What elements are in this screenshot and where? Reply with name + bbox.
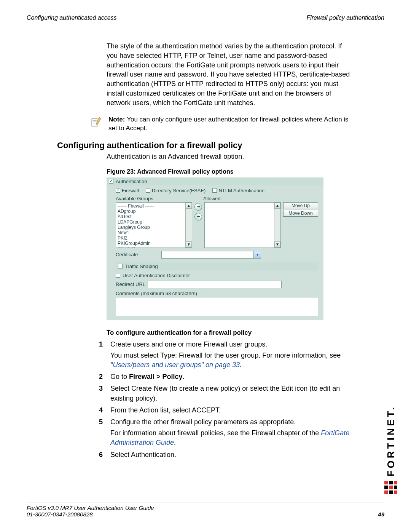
list-item[interactable]: PPTP_Group	[118, 246, 190, 248]
list-item[interactable]: Langleys Group	[118, 225, 190, 230]
step-text: .	[240, 361, 242, 369]
redirect-url-input[interactable]	[148, 281, 282, 288]
traffic-shaping-label: Traffic Shaping	[125, 264, 158, 269]
step-text: From the Action list, select ACCEPT.	[110, 406, 350, 415]
allowed-groups-listbox[interactable]: ▲ ▼	[204, 202, 281, 248]
scrollbar[interactable]: ▲ ▼	[274, 203, 280, 248]
list-item[interactable]: New1	[118, 230, 190, 235]
ntlm-type-label: NTLM Authentication	[218, 188, 264, 193]
users-peers-link[interactable]: "Users/peers and user groups" on page 33	[110, 361, 240, 369]
list-item[interactable]: LDAPGroup	[118, 219, 190, 225]
footer-guide-title: FortiOS v3.0 MR7 User Authentication Use…	[27, 505, 154, 511]
firewall-type-label: Firewall	[122, 188, 139, 193]
footer-doc-id: 01-30007-0347-20080828	[27, 511, 154, 518]
ntlm-type-checkbox[interactable]	[212, 188, 217, 193]
list-item[interactable]: PKIGroupAdmin	[118, 241, 190, 246]
directory-type-checkbox[interactable]	[146, 188, 150, 193]
certificate-dropdown[interactable]: ▾	[161, 251, 261, 259]
step-text: Select Create New (to create a new polic…	[110, 384, 350, 403]
nav-path: Firewall > Policy	[129, 373, 183, 380]
step-text: Configure the other firewall policy para…	[110, 417, 350, 427]
directory-type-label: Directory Service(FSAE)	[152, 188, 206, 193]
remove-arrow-button[interactable]: ➜	[194, 213, 202, 220]
note-body: You can only configure user authenticati…	[108, 116, 349, 132]
authentication-checkbox[interactable]: ✔	[109, 179, 113, 184]
header-left: Configuring authenticated access	[27, 14, 117, 21]
step-text: .	[183, 373, 185, 380]
scroll-up-icon[interactable]: ▲	[186, 203, 192, 209]
list-item[interactable]: ADgroup	[118, 209, 190, 214]
header-right: Firewall policy authentication	[306, 14, 384, 21]
list-item[interactable]: PKI2	[118, 235, 190, 241]
chevron-down-icon[interactable]: ▾	[253, 251, 261, 258]
allowed-label: Allowed:	[203, 196, 222, 201]
user-auth-disclaimer-label: User Authentication Disclaimer	[123, 273, 190, 278]
list-item[interactable]: ------ Firewall ------	[118, 203, 190, 209]
intro-paragraph: The style of the authentication method v…	[107, 42, 350, 108]
note-text: Note: You can only configure user authen…	[108, 115, 350, 133]
comments-textarea[interactable]	[116, 297, 318, 316]
comments-label: Comments (maximum 63 characters)	[116, 291, 197, 296]
firewall-type-checkbox[interactable]: ✔	[116, 188, 120, 193]
page-number: 49	[378, 511, 384, 518]
available-groups-label: Available Groups:	[116, 196, 203, 201]
step-text: Create users and one or more Firewall us…	[110, 340, 350, 349]
step-number: 6	[99, 450, 110, 460]
step-number: 1	[99, 340, 110, 370]
step-number: 3	[99, 384, 110, 403]
scroll-up-icon[interactable]: ▲	[274, 203, 280, 209]
fortinet-logo-icon	[384, 481, 397, 494]
step-number: 5	[99, 417, 110, 448]
step-text: Select Authentication.	[110, 450, 350, 460]
step-number: 4	[99, 406, 110, 415]
firewall-policy-panel: ✔ Authentication ✔ Firewall Directory Se…	[107, 177, 323, 320]
available-groups-listbox[interactable]: ------ Firewall ------ ADgroup AdTest LD…	[116, 202, 192, 248]
figure-caption: Figure 23: Advanced Firewall policy opti…	[107, 168, 384, 175]
procedure-heading: To configure authentication for a firewa…	[107, 329, 384, 337]
fortinet-logo-text: FORTINET.	[385, 405, 397, 476]
authentication-label: Authentication	[116, 179, 147, 184]
move-down-button[interactable]: Move Down	[283, 210, 318, 217]
step-text: For information about firewall policies,…	[110, 429, 321, 437]
intro-line: Authentication is an Advanced firewall o…	[107, 153, 384, 161]
note-prefix: Note:	[108, 116, 127, 123]
note-icon	[89, 115, 102, 128]
user-auth-disclaimer-checkbox[interactable]	[116, 273, 120, 278]
step-text: You must select Type: Firewall for the u…	[110, 351, 341, 359]
list-item[interactable]: AdTest	[118, 214, 190, 219]
scroll-down-icon[interactable]: ▼	[274, 241, 280, 248]
section-heading: Configuring authentication for a firewal…	[57, 141, 384, 150]
redirect-url-label: Redirect URL	[116, 281, 146, 287]
move-up-button[interactable]: Move Up	[283, 202, 318, 209]
fortinet-logo: FORTINET.	[384, 405, 397, 494]
step-text: .	[174, 439, 176, 446]
certificate-label: Certificate	[116, 252, 158, 257]
step-text: Go to	[110, 373, 129, 380]
step-number: 2	[99, 372, 110, 382]
traffic-shaping-checkbox[interactable]	[118, 264, 123, 268]
scrollbar[interactable]: ▲ ▼	[185, 203, 192, 248]
add-arrow-button[interactable]: ➜	[194, 203, 202, 211]
scroll-down-icon[interactable]: ▼	[186, 241, 192, 248]
